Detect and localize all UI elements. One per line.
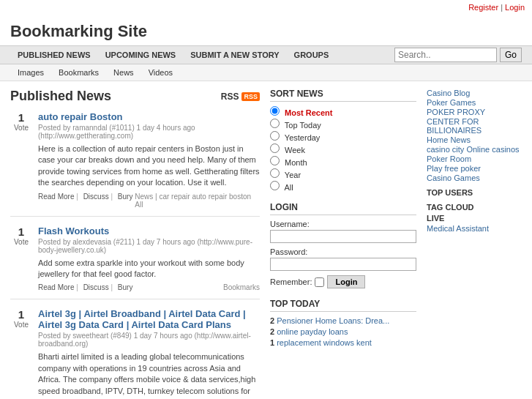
nav-groups[interactable]: GROUPS (287, 46, 337, 64)
login-button[interactable]: Login (327, 275, 365, 288)
sort-news-title: SORT NEWS (270, 89, 416, 102)
remember-checkbox[interactable] (315, 277, 324, 287)
subnav-images[interactable]: Images (10, 64, 51, 81)
vote-label: Vote (14, 238, 29, 246)
site-header: Bookmarking Site (0, 15, 532, 45)
tag-link[interactable]: car repair (159, 193, 190, 201)
search-input[interactable] (394, 48, 497, 62)
bury-link[interactable]: Bury (118, 193, 133, 201)
top-today-link[interactable]: online payday loans (277, 327, 348, 336)
page-title: Published News (10, 89, 111, 104)
vote-label: Vote (14, 321, 29, 329)
nav-submit-story[interactable]: SUBMIT A NEW STORY (183, 46, 286, 64)
right-link[interactable]: Poker Games (427, 98, 522, 107)
tag-all-link[interactable]: All (135, 201, 143, 209)
author-link[interactable]: alexdevasia (#211) (72, 238, 135, 246)
login-title: LOGIN (270, 202, 416, 215)
right-link[interactable]: Poker Room (427, 154, 522, 163)
top-bar: Register | Login (0, 0, 532, 15)
right-link-medical[interactable]: Medical Assistant (427, 224, 522, 233)
top-today-title: TOP TODAY (270, 299, 416, 312)
right-link[interactable]: POKER PROXY (427, 108, 522, 116)
right-link[interactable]: Play free poker (427, 164, 522, 173)
news-actions-left: Read More Discuss Bury (38, 193, 135, 209)
sort-news-section: SORT NEWS Most Recent Top Today Yesterda… (270, 89, 416, 192)
login-section: LOGIN Username: Password: Remember: Logi… (270, 202, 416, 288)
news-body: Airtel 3g | Airtel Broadband | Airtel Da… (38, 308, 260, 399)
news-tags: News | car repair auto repair boston All (135, 193, 260, 209)
sort-all[interactable]: All (270, 181, 416, 192)
search-button[interactable]: Go (500, 48, 522, 62)
content-area: Published News RSS RSS 1 Vote auto repai… (10, 89, 260, 399)
top-today-section: TOP TODAY 2 Pensioner Home Loans: Drea..… (270, 299, 416, 347)
vote-box: 1 Vote (10, 308, 32, 399)
right-sidebar: Casino Blog Poker Games POKER PROXY CENT… (427, 89, 522, 399)
right-link[interactable]: Casino Games (427, 174, 522, 182)
main-layout: Published News RSS RSS 1 Vote auto repai… (0, 81, 532, 399)
top-users-title: TOP USERS (427, 188, 522, 197)
source-link[interactable]: http://www.pure-body-jewellery.co.uk (38, 238, 252, 254)
rss-badge: RSS RSS (221, 92, 260, 102)
right-link[interactable]: CENTER FOR BILLIONAIRES (427, 117, 522, 135)
tag-cloud-title: TAG CLOUD (427, 203, 522, 212)
nav-bar: PUBLISHED NEWS UPCOMING NEWS SUBMIT A NE… (0, 45, 532, 64)
vote-label: Vote (14, 124, 29, 132)
author-link[interactable]: sweetheart (#849) (72, 332, 132, 340)
register-link[interactable]: Register (468, 3, 498, 12)
news-desc: Here is a collection of auto repair cent… (38, 143, 260, 189)
tag-link[interactable]: Bookmarks (223, 283, 260, 291)
sort-top-today[interactable]: Top Today (270, 119, 416, 130)
top-today-link[interactable]: Pensioner Home Loans: Drea... (277, 316, 389, 325)
news-item: 1 Vote Airtel 3g | Airtel Broadband | Ai… (10, 308, 260, 399)
news-title-link[interactable]: auto repair Boston (38, 111, 123, 122)
right-link[interactable]: casino city Online casinos (427, 145, 522, 154)
sort-week[interactable]: Week (270, 143, 416, 154)
subnav-bookmarks[interactable]: Bookmarks (51, 64, 106, 81)
news-actions: Read More Discuss Bury News | car repair… (38, 193, 260, 209)
read-more-link[interactable]: Read More (38, 283, 78, 291)
read-more-link[interactable]: Read More (38, 193, 78, 201)
news-meta: Posted by ramanndal (#1011) 1 day 4 hour… (38, 124, 260, 140)
tag-link[interactable]: auto repair boston (192, 193, 251, 201)
source-link[interactable]: http://www.gettherating.com (40, 132, 130, 140)
sort-month[interactable]: Month (270, 156, 416, 167)
source-link[interactable]: http://www.airtel-broadband.org (38, 332, 251, 348)
right-link[interactable]: Home News (427, 135, 522, 144)
sub-nav: Images Bookmarks News Videos (0, 64, 532, 81)
news-body: Flash Workouts Posted by alexdevasia (#2… (38, 225, 260, 292)
nav-links: PUBLISHED NEWS UPCOMING NEWS SUBMIT A NE… (10, 46, 336, 64)
sort-year[interactable]: Year (270, 168, 416, 179)
page-title-bar: Published News RSS RSS (10, 89, 260, 104)
top-today-link[interactable]: replacement windows kent (277, 338, 372, 347)
nav-published-news[interactable]: PUBLISHED NEWS (10, 46, 98, 64)
right-link[interactable]: Casino Blog (427, 89, 522, 97)
news-item: 1 Vote Flash Workouts Posted by alexdeva… (10, 225, 260, 300)
password-input[interactable] (270, 258, 416, 271)
vote-box: 1 Vote (10, 111, 32, 209)
username-input[interactable] (270, 230, 416, 243)
remember-row: Remember: Login (270, 275, 416, 288)
sort-yesterday[interactable]: Yesterday (270, 131, 416, 142)
rss-label: RSS (221, 92, 239, 102)
sort-most-recent[interactable]: Most Recent (270, 106, 416, 117)
bury-link[interactable]: Bury (118, 283, 133, 291)
news-actions-left: Read More Discuss Bury (38, 283, 135, 291)
news-title-link[interactable]: Flash Workouts (38, 225, 109, 236)
author-link[interactable]: ramanndal (#1011) (72, 124, 135, 132)
nav-search: Go (394, 48, 522, 62)
subnav-news[interactable]: News (106, 64, 141, 81)
news-desc: Add some extra sparkle into your workout… (38, 258, 260, 280)
remember-label: Remember: (270, 277, 312, 286)
top-today-item: 2 Pensioner Home Loans: Drea... (270, 316, 416, 325)
vote-count: 1 (18, 111, 24, 124)
nav-upcoming-news[interactable]: UPCOMING NEWS (98, 46, 184, 64)
subnav-videos[interactable]: Videos (141, 64, 180, 81)
news-desc: Bharti airtel limited is a leading globa… (38, 351, 260, 399)
discuss-link[interactable]: Discuss (83, 193, 113, 201)
password-label: Password: (270, 247, 416, 256)
news-meta: Posted by sweetheart (#849) 1 day 7 hour… (38, 332, 260, 348)
login-link[interactable]: Login (505, 3, 525, 12)
news-title-link[interactable]: Airtel 3g | Airtel Broadband | Airtel Da… (38, 308, 246, 330)
middle-sidebar: SORT NEWS Most Recent Top Today Yesterda… (270, 89, 416, 399)
discuss-link[interactable]: Discuss (83, 283, 113, 291)
